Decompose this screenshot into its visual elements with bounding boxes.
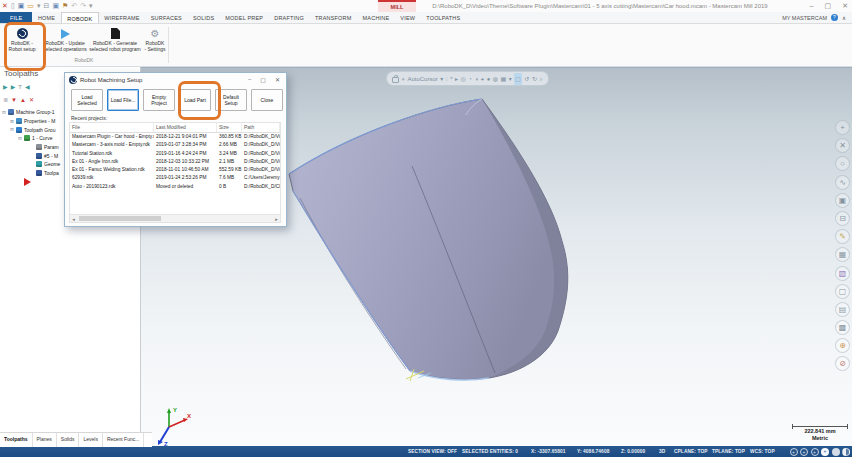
dimension-mode-toggle[interactable]: 3D — [659, 446, 665, 457]
scrollbar-thumb[interactable] — [79, 216, 161, 221]
tab-surfaces[interactable]: SURFACES — [145, 12, 187, 23]
redo-selection-icon[interactable]: ↻ — [532, 73, 537, 85]
autocursor-dropdown-icon[interactable]: ▾ — [440, 73, 443, 85]
tab-file[interactable]: FILE — [0, 12, 32, 23]
table-row[interactable]: Ex 01 - Angle Iron.rdk2018-12-03 10:33:2… — [70, 158, 280, 166]
my-mastercam-button[interactable]: MY MASTERCAM — [782, 15, 827, 21]
horizontal-scrollbar[interactable]: ◂ ▸ — [70, 214, 280, 222]
multi-body-icon[interactable]: ▧ — [835, 266, 850, 281]
load-file-button[interactable]: Load File... — [107, 89, 139, 111]
manager-tab-levels[interactable]: Levels — [79, 433, 102, 447]
tplane-selector[interactable]: TPLANE: TOP — [712, 446, 745, 457]
manager-tab-recent-func-[interactable]: Recent Func... — [103, 433, 145, 447]
tab-drafting[interactable]: DRAFTING — [269, 12, 310, 23]
material-icon[interactable]: ▩ — [835, 320, 850, 335]
minimize-button[interactable]: – — [810, 0, 814, 12]
panel-tool-icon-1-0[interactable]: ≣ — [3, 97, 8, 103]
new-file-icon[interactable]: ▯ — [11, 0, 15, 12]
y-coordinate-readout[interactable]: Y: 4086.74608 — [577, 446, 609, 457]
panel-tool-icon-0-0[interactable]: ▶ — [3, 84, 8, 90]
lock-icon[interactable] — [392, 77, 399, 83]
robodk-update-operations-button[interactable]: RoboDK - Update selected operations — [42, 25, 88, 52]
tab-robodk[interactable]: ROBODK — [61, 12, 99, 23]
curve-icon[interactable]: ∿ — [835, 175, 850, 190]
gnomon-view-3-icon[interactable]: + — [811, 448, 819, 456]
load-part-button[interactable]: Load Part — [179, 89, 211, 111]
dynamic-rotate-icon[interactable]: ○ — [835, 156, 850, 171]
column-header-file[interactable]: File — [70, 123, 154, 132]
section-view-toggle[interactable]: SECTION VIEW: OFF — [408, 446, 457, 457]
panel-tool-icon-0-1[interactable]: ▶ — [11, 84, 16, 90]
solid-cube-icon[interactable]: ▦ — [835, 247, 850, 262]
tab-home[interactable]: HOME — [32, 12, 60, 23]
scroll-right-arrow[interactable]: ▸ — [273, 216, 280, 222]
gnomon-view-4-icon[interactable]: + — [821, 448, 829, 456]
selection-box-icon[interactable]: ▢ — [514, 73, 522, 85]
maximize-button[interactable]: ▢ — [825, 0, 832, 12]
hood-surface[interactable] — [289, 99, 568, 380]
column-header-last-modified[interactable]: Last Modified — [154, 123, 217, 132]
undo-icon[interactable]: ↶ — [71, 0, 77, 12]
scroll-left-arrow[interactable]: ◂ — [70, 216, 77, 222]
ribbon-collapse-icon[interactable]: ∧ — [842, 15, 846, 21]
dialog-maximize-button[interactable]: ▢ — [260, 76, 266, 83]
manager-tab-toolpaths[interactable]: Toolpaths — [0, 433, 33, 447]
wcs-selector[interactable]: WCS: TOP — [750, 446, 775, 457]
table-row[interactable]: Auto - 20190123.rdkMoved or deleted0 BD:… — [70, 183, 280, 191]
load-selected-button[interactable]: Load Selected — [71, 89, 103, 111]
redo-icon[interactable]: ↷ — [80, 0, 86, 12]
mastercam-logo-icon[interactable]: ✕ — [2, 0, 8, 12]
default-setup-button[interactable]: Default Setup — [215, 89, 247, 111]
fast-point-icon[interactable]: * — [450, 73, 452, 85]
z-coordinate-readout[interactable]: Z: 0.00000 — [621, 446, 645, 457]
table-row[interactable]: Mastercam Plugin - Car hood - Empty.rdk2… — [70, 133, 280, 141]
select-mode-5-icon[interactable]: ● — [487, 73, 491, 85]
gnomon-view-2-icon[interactable]: + — [800, 448, 808, 456]
tab-model-prep[interactable]: MODEL PREP — [220, 12, 269, 23]
tab-machine[interactable]: MACHINE — [357, 12, 395, 23]
grid-select-icon[interactable]: ▦ — [501, 73, 507, 85]
cplane-selector[interactable]: CPLANE: TOP — [674, 446, 708, 457]
column-header-path[interactable]: Path — [242, 123, 280, 132]
panel-tool-icon-0-2[interactable]: T — [18, 84, 22, 90]
panel-tool-icon-1-1[interactable]: ▼ — [11, 97, 17, 103]
zoom-in-icon[interactable]: + — [835, 120, 850, 135]
dialog-close-button[interactable]: ✕ — [275, 76, 280, 83]
select-mode-3-icon[interactable]: ◑ — [474, 73, 478, 85]
gnomon-view-1-icon[interactable]: + — [790, 448, 798, 456]
bounding-box-icon[interactable]: ▢ — [835, 284, 850, 299]
select-mode-4-icon[interactable]: ◕ — [481, 73, 485, 85]
camera-view-icon[interactable]: ▣ — [835, 193, 850, 208]
tab-wireframe[interactable]: WIREFRAME — [99, 12, 145, 23]
disable-icon[interactable]: ⊘ — [835, 356, 850, 371]
panel-tool-icon-1-2[interactable]: ▲ — [20, 97, 26, 103]
settings-gear-icon[interactable]: ⊕ — [835, 338, 850, 353]
autocursor-label[interactable]: AutoCursor — [407, 76, 437, 82]
undo-selection-icon[interactable]: ↺ — [524, 73, 529, 85]
manager-tab-solids[interactable]: Solids — [57, 433, 80, 447]
table-row[interactable]: 62939.rdk2019-01-24 2:53:26 PM7.6 MBC:/U… — [70, 174, 280, 182]
tab-toolpaths[interactable]: TOOLPATHS — [421, 12, 466, 23]
cursor-target-icon[interactable]: ⌖ — [402, 73, 405, 85]
select-cursor-icon[interactable]: ▸ — [455, 73, 458, 85]
table-row[interactable]: Mastercam - 3-axis mold - Empty.rdk2019-… — [70, 141, 280, 149]
dialog-title-bar[interactable]: Robot Machining Setup –▢✕ — [65, 73, 286, 86]
section-icon[interactable]: ▤ — [835, 302, 850, 317]
empty-project-button[interactable]: Empty Project — [143, 89, 175, 111]
tab-solids[interactable]: SOLIDS — [187, 12, 219, 23]
open-dropdown-icon[interactable]: ▾ — [37, 0, 41, 12]
clear-selection-icon[interactable]: ⌕ — [539, 73, 542, 85]
fit-screen-icon[interactable]: ⊟ — [835, 211, 850, 226]
select-mode-2-icon[interactable]: ◔ — [468, 73, 472, 85]
print-icon[interactable]: ⊟ — [44, 0, 50, 12]
tab-transform[interactable]: TRANSFORM — [309, 12, 357, 23]
robodk-settings-button[interactable]: ⚙RoboDK - Settings — [142, 25, 168, 52]
gnomon-view-5-icon[interactable] — [832, 448, 840, 456]
help-icon[interactable]: ? — [831, 14, 838, 21]
panel-tool-icon-1-3[interactable]: ✕ — [29, 97, 34, 103]
column-header-size[interactable]: Size — [217, 123, 242, 132]
panel-tool-icon-0-3[interactable]: ◀ — [25, 84, 30, 90]
selected-entities-readout[interactable]: SELECTED ENTITIES: 0 — [462, 446, 518, 457]
dialog-minimize-button[interactable]: – — [248, 76, 251, 83]
manager-tab-planes[interactable]: Planes — [33, 433, 57, 447]
